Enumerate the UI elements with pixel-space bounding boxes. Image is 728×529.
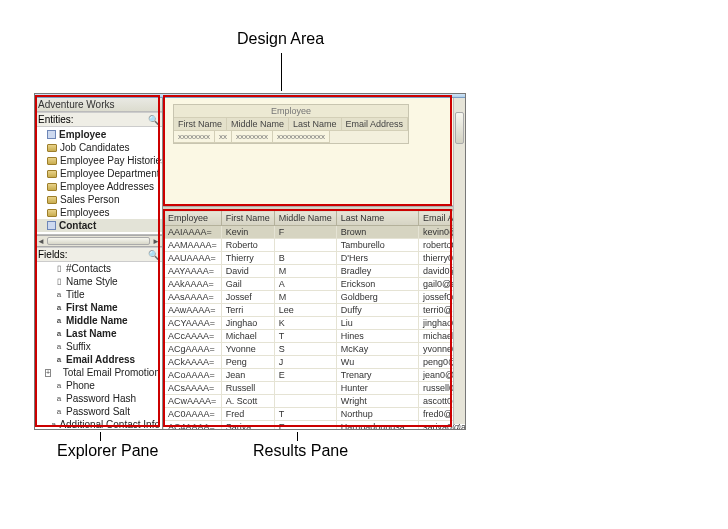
table-row[interactable]: AAkAAAA=GailAEricksongail0@adventure-wor… xyxy=(164,278,466,291)
table-row[interactable]: ACgAAAA=YvonneSMcKayyvonne0@adventure-wo… xyxy=(164,343,466,356)
table-row[interactable]: AC0AAAA=FredTNorthupfred0@adventure-work… xyxy=(164,408,466,421)
scroll-right-icon[interactable]: ► xyxy=(152,237,160,246)
table-cell xyxy=(274,395,336,408)
table-cell: ACgAAAA= xyxy=(164,343,222,356)
table-row[interactable]: AAsAAAA=JossefMGoldbergjossef0@adventure… xyxy=(164,291,466,304)
label-results-pane: Results Pane xyxy=(253,442,348,460)
field-item[interactable]: aEmail Address xyxy=(35,353,162,366)
field-item[interactable]: aPassword Salt xyxy=(35,405,162,418)
folder-icon xyxy=(47,209,57,217)
design-column-header[interactable]: Email Address xyxy=(342,118,409,131)
results-pane[interactable]: EmployeeFirst NameMiddle NameLast NameEm… xyxy=(163,210,465,429)
vertical-scrollbar[interactable] xyxy=(453,98,465,424)
table-row[interactable]: ACkAAAA=PengJWupeng0@adventure-works.com xyxy=(164,356,466,369)
expand-icon[interactable]: + xyxy=(45,369,51,377)
table-cell: ACwAAAA= xyxy=(164,395,222,408)
field-item[interactable]: aMiddle Name xyxy=(35,314,162,327)
results-table[interactable]: EmployeeFirst NameMiddle NameLast NameEm… xyxy=(163,210,465,429)
table-cell: Sariya xyxy=(221,421,274,430)
table-cell: David xyxy=(221,265,274,278)
scroll-left-icon[interactable]: ◄ xyxy=(37,237,45,246)
results-column-header[interactable]: Employee xyxy=(164,211,222,226)
table-cell: ACsAAAA= xyxy=(164,382,222,395)
table-row[interactable]: AAYAAAA=DavidMBradleydavid0@adventure-wo… xyxy=(164,265,466,278)
entity-item[interactable]: Employee Department Histories xyxy=(35,167,162,180)
field-type-icon: a xyxy=(55,407,63,416)
table-cell: M xyxy=(274,291,336,304)
search-icon[interactable]: 🔍 xyxy=(148,115,159,125)
table-row[interactable]: AAwAAAA=TerriLeeDuffyterri0@adventure-wo… xyxy=(164,304,466,317)
table-row[interactable]: AC4AAAA=SariyaEHarnpadoungsa…sariya0@adv… xyxy=(164,421,466,430)
table-cell: Gail xyxy=(221,278,274,291)
entity-item[interactable]: Employee Addresses xyxy=(35,180,162,193)
field-type-icon: ▯ xyxy=(55,277,63,286)
field-item[interactable]: aSuffix xyxy=(35,340,162,353)
table-row[interactable]: ACYAAAA=JinghaoKLiujinghao0@adventure-wo… xyxy=(164,317,466,330)
design-column-header[interactable]: Last Name xyxy=(289,118,342,131)
folder-icon xyxy=(47,144,57,152)
entities-label: Entities: xyxy=(38,114,74,125)
table-cell: AAkAAAA= xyxy=(164,278,222,291)
entity-item[interactable]: Contact xyxy=(35,219,162,232)
field-item[interactable]: ▯Name Style xyxy=(35,275,162,288)
table-row[interactable]: ACwAAAA=A. ScottWrightascott0@adventure-… xyxy=(164,395,466,408)
table-row[interactable]: AAUAAAA=ThierryBD'Hersthierry0@adventure… xyxy=(164,252,466,265)
table-row[interactable]: AAIAAAA=KevinFBrownkevin0@adventure-work… xyxy=(164,226,466,239)
connector xyxy=(281,53,282,91)
table-cell: Trenary xyxy=(336,369,418,382)
table-row[interactable]: AAMAAAA=RobertoTamburelloroberto0@advent… xyxy=(164,239,466,252)
field-item[interactable]: ▯#Contacts xyxy=(35,262,162,275)
entities-tree[interactable]: EmployeeJob CandidatesEmployee Pay Histo… xyxy=(35,127,162,235)
entity-item[interactable]: Job Candidates xyxy=(35,141,162,154)
table-cell: AAIAAAA= xyxy=(164,226,222,239)
table-cell: Erickson xyxy=(336,278,418,291)
field-item[interactable]: aPhone xyxy=(35,379,162,392)
table-cell: F xyxy=(274,226,336,239)
field-type-icon: a xyxy=(55,342,63,351)
table-cell: Jean xyxy=(221,369,274,382)
field-label: Phone xyxy=(66,380,95,391)
field-item[interactable]: aAdditional Contact Info xyxy=(35,418,162,429)
field-item[interactable]: +Total Email Promotion xyxy=(35,366,162,379)
table-cell: AC4AAAA= xyxy=(164,421,222,430)
fields-list[interactable]: ▯#Contacts▯Name StyleaTitleaFirst NameaM… xyxy=(35,262,162,429)
main-area: Employee First NameMiddle NameLast NameE… xyxy=(163,98,465,429)
design-sample-cell: xx xyxy=(215,131,232,143)
table-cell: Tamburello xyxy=(336,239,418,252)
table-row[interactable]: ACcAAAA=MichaelTHinesmichael0@adventure-… xyxy=(164,330,466,343)
results-column-header[interactable]: Middle Name xyxy=(274,211,336,226)
entity-item[interactable]: Employee Pay Histories xyxy=(35,154,162,167)
field-item[interactable]: aLast Name xyxy=(35,327,162,340)
field-item[interactable]: aPassword Hash xyxy=(35,392,162,405)
scrollbar-thumb[interactable] xyxy=(455,112,464,144)
field-type-icon: a xyxy=(51,420,56,429)
design-area[interactable]: Employee First NameMiddle NameLast NameE… xyxy=(163,98,465,206)
table-cell: Wu xyxy=(336,356,418,369)
search-icon[interactable]: 🔍 xyxy=(148,250,159,260)
table-cell: Bradley xyxy=(336,265,418,278)
table-row[interactable]: ACsAAAA=RussellHunterrussell0@adventure-… xyxy=(164,382,466,395)
table-cell: Lee xyxy=(274,304,336,317)
results-column-header[interactable]: Last Name xyxy=(336,211,418,226)
entities-header: Entities: 🔍 xyxy=(35,112,162,127)
entity-item[interactable]: Sales Person xyxy=(35,193,162,206)
table-cell: D'Hers xyxy=(336,252,418,265)
field-item[interactable]: aTitle xyxy=(35,288,162,301)
entity-item[interactable]: Employees xyxy=(35,206,162,219)
entity-item[interactable]: Employee xyxy=(35,128,162,141)
table-row[interactable]: ACoAAAA=JeanETrenaryjean0@adventure-work… xyxy=(164,369,466,382)
field-item[interactable]: aFirst Name xyxy=(35,301,162,314)
field-label: Name Style xyxy=(66,276,118,287)
table-cell: Duffy xyxy=(336,304,418,317)
field-type-icon: a xyxy=(55,381,63,390)
design-column-header[interactable]: First Name xyxy=(174,118,227,131)
field-label: Last Name xyxy=(66,328,117,339)
entity-label: Employees xyxy=(60,207,109,218)
scroll-thumb[interactable] xyxy=(47,237,150,245)
table-cell xyxy=(274,382,336,395)
results-column-header[interactable]: First Name xyxy=(221,211,274,226)
design-column-header[interactable]: Middle Name xyxy=(227,118,289,131)
entities-scrollbar[interactable]: ◄ ► xyxy=(35,235,162,247)
table-cell: Yvonne xyxy=(221,343,274,356)
design-entity-table[interactable]: Employee First NameMiddle NameLast NameE… xyxy=(173,104,409,144)
